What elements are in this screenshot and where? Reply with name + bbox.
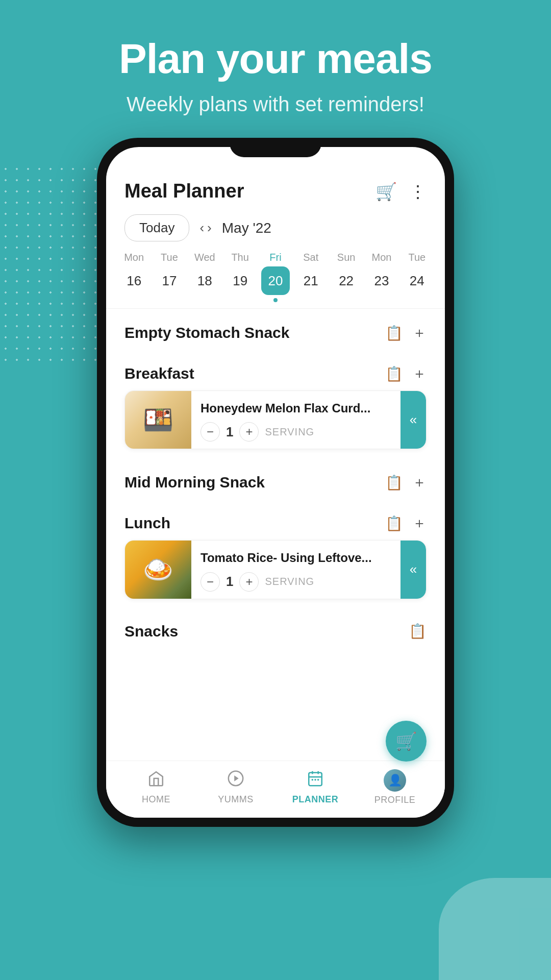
month-label: May '22 xyxy=(222,220,271,236)
chevron-left-icon-tomato-rice: « xyxy=(410,561,417,577)
cal-day-num: 19 xyxy=(226,266,255,295)
fab-cart-icon: 🛒 xyxy=(395,731,417,751)
nav-label-planner: PLANNER xyxy=(292,794,339,805)
meal-section-title-mid-morning: Mid Morning Snack xyxy=(124,474,265,491)
nav-label-home: HOME xyxy=(142,794,170,805)
hero-title: Plan your meals xyxy=(0,36,551,82)
increase-serving-honeydew[interactable]: + xyxy=(239,422,259,442)
cal-day-num: 23 xyxy=(367,266,396,295)
meal-section-mid-morning: Mid Morning Snack 📋 ＋ xyxy=(124,458,427,499)
serving-row-honeydew: − 1 + SERVING xyxy=(201,422,418,442)
today-button[interactable]: Today xyxy=(124,214,189,241)
cal-day-mon23[interactable]: Mon 23 xyxy=(367,252,396,302)
nav-item-profile[interactable]: 👤 PROFILE xyxy=(355,769,435,805)
copy-icon-mid-morning[interactable]: 📋 xyxy=(385,474,403,491)
more-options-button[interactable]: ⋮ xyxy=(409,181,427,202)
cal-day-thu19[interactable]: Thu 19 xyxy=(226,252,255,302)
meal-section-actions-mid-morning: 📋 ＋ xyxy=(385,473,427,492)
chevron-left-icon-honeydew: « xyxy=(410,412,417,428)
meal-image-tomato-rice: 🍛 xyxy=(125,541,191,598)
meal-name-honeydew: Honeydew Melon Flax Curd... xyxy=(201,400,418,416)
copy-icon-snacks[interactable]: 📋 xyxy=(409,623,427,640)
meal-name-tomato-rice: Tomato Rice- Using Leftove... xyxy=(201,550,418,566)
increase-serving-tomato-rice[interactable]: + xyxy=(239,572,259,592)
next-week-button[interactable]: › xyxy=(207,220,212,236)
yumms-icon xyxy=(227,770,244,791)
meal-section-breakfast: Breakfast 📋 ＋ xyxy=(124,350,427,390)
meal-section-actions: 📋 ＋ xyxy=(385,323,427,342)
nav-item-yumms[interactable]: YUMMS xyxy=(196,770,276,805)
meal-section-empty-stomach: Empty Stomach Snack 📋 ＋ xyxy=(124,309,427,350)
cal-day-wed18[interactable]: Wed 18 xyxy=(190,252,219,302)
planner-icon xyxy=(307,770,324,791)
cal-day-num: 18 xyxy=(190,266,219,295)
cal-day-name: Tue xyxy=(408,252,425,263)
meal-image-honeydew: 🍱 xyxy=(125,391,191,449)
add-icon-breakfast[interactable]: ＋ xyxy=(412,364,427,383)
cal-day-mon16[interactable]: Mon 16 xyxy=(120,252,148,302)
active-day-dot xyxy=(273,298,278,302)
meal-info-tomato-rice: Tomato Rice- Using Leftove... − 1 + SERV… xyxy=(191,541,426,598)
nav-item-home[interactable]: HOME xyxy=(116,770,196,805)
add-icon-empty-stomach[interactable]: ＋ xyxy=(412,323,427,342)
meal-section-actions-snacks: 📋 xyxy=(409,623,427,640)
calendar-row: Mon 16 Tue 17 Wed 18 Thu 19 xyxy=(106,250,445,309)
serving-row-tomato-rice: − 1 + SERVING xyxy=(201,572,418,592)
cal-day-sun22[interactable]: Sun 22 xyxy=(332,252,361,302)
nav-label-profile: PROFILE xyxy=(374,795,416,805)
phone-screen: Meal Planner 🛒 ⋮ Today ‹ › May '22 xyxy=(106,147,445,818)
serving-label-tomato-rice: SERVING xyxy=(265,576,314,587)
meal-section-snacks: Snacks 📋 xyxy=(124,608,427,647)
collapse-card-honeydew[interactable]: « xyxy=(400,391,426,449)
add-icon-mid-morning[interactable]: ＋ xyxy=(412,473,427,492)
header-icons: 🛒 ⋮ xyxy=(375,181,427,202)
meal-card-tomato-rice[interactable]: 🍛 Tomato Rice- Using Leftove... − 1 + SE… xyxy=(124,540,427,599)
cal-day-tue17[interactable]: Tue 17 xyxy=(155,252,184,302)
meal-section-title-lunch: Lunch xyxy=(124,514,170,532)
nav-item-planner[interactable]: PLANNER xyxy=(276,770,355,805)
app-content: Meal Planner 🛒 ⋮ Today ‹ › May '22 xyxy=(106,147,445,818)
meal-section-title-empty-stomach: Empty Stomach Snack xyxy=(124,324,289,341)
decrease-serving-tomato-rice[interactable]: − xyxy=(201,572,220,592)
app-title: Meal Planner xyxy=(124,180,244,202)
profile-avatar: 👤 xyxy=(384,769,406,792)
cal-day-num: 16 xyxy=(120,266,148,295)
phone-frame: Meal Planner 🛒 ⋮ Today ‹ › May '22 xyxy=(97,138,454,827)
food-emoji-honeydew: 🍱 xyxy=(125,391,191,449)
copy-icon-empty-stomach[interactable]: 📋 xyxy=(385,325,403,341)
svg-marker-1 xyxy=(234,776,239,781)
collapse-card-tomato-rice[interactable]: « xyxy=(400,541,426,598)
nav-label-yumms: YUMMS xyxy=(218,794,254,805)
cal-day-num: 20 xyxy=(261,266,290,295)
meal-section-title-breakfast: Breakfast xyxy=(124,365,194,382)
hero-section: Plan your meals Weekly plans with set re… xyxy=(0,0,551,138)
cal-day-name: Mon xyxy=(372,252,392,263)
cal-day-name: Sat xyxy=(303,252,318,263)
cal-day-num: 22 xyxy=(332,266,361,295)
app-header: Meal Planner 🛒 ⋮ xyxy=(106,170,445,210)
cal-day-num: 21 xyxy=(296,266,325,295)
copy-icon-breakfast[interactable]: 📋 xyxy=(385,365,403,382)
add-icon-lunch[interactable]: ＋ xyxy=(412,513,427,533)
cart-icon-button[interactable]: 🛒 xyxy=(375,181,397,202)
phone-wrapper: Meal Planner 🛒 ⋮ Today ‹ › May '22 xyxy=(0,138,551,827)
fab-cart-button[interactable]: 🛒 xyxy=(386,721,427,762)
meal-info-honeydew: Honeydew Melon Flax Curd... − 1 + SERVIN… xyxy=(191,391,426,449)
meal-card-honeydew[interactable]: 🍱 Honeydew Melon Flax Curd... − 1 + SERV… xyxy=(124,390,427,449)
serving-count-tomato-rice: 1 xyxy=(226,574,233,590)
cal-day-tue24[interactable]: Tue 24 xyxy=(403,252,431,302)
copy-icon-lunch[interactable]: 📋 xyxy=(385,515,403,532)
hero-subtitle: Weekly plans with set reminders! xyxy=(0,91,551,117)
meal-section-title-snacks: Snacks xyxy=(124,623,178,640)
cal-day-name: Tue xyxy=(161,252,178,263)
prev-week-button[interactable]: ‹ xyxy=(199,220,204,236)
serving-label-honeydew: SERVING xyxy=(265,426,314,438)
decrease-serving-honeydew[interactable]: − xyxy=(201,422,220,442)
date-nav: Today ‹ › May '22 xyxy=(106,210,445,250)
cal-day-sat21[interactable]: Sat 21 xyxy=(296,252,325,302)
cal-day-fri20[interactable]: Fri 20 xyxy=(261,252,290,302)
food-emoji-tomato-rice: 🍛 xyxy=(125,541,191,598)
scroll-area[interactable]: Empty Stomach Snack 📋 ＋ Breakfast 📋 ＋ xyxy=(106,309,445,761)
cal-day-name: Wed xyxy=(194,252,215,263)
nav-arrows: ‹ › xyxy=(199,220,211,236)
